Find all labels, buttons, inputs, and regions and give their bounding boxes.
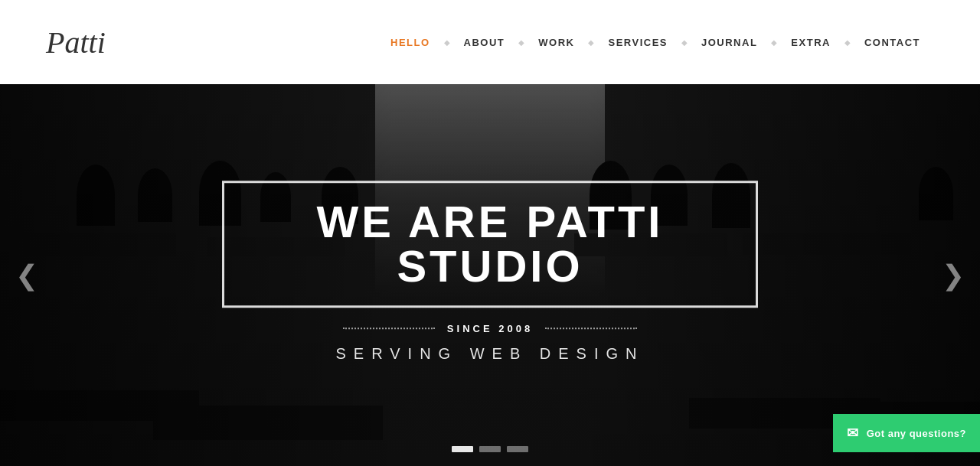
nav-sep-4: ◆ xyxy=(681,38,688,47)
hero-section: WE ARE PATTI STUDIO SINCE 2008 SERVING W… xyxy=(0,84,980,466)
hero-since-row: SINCE 2008 xyxy=(222,323,758,334)
slider-dot-1[interactable] xyxy=(452,446,473,452)
hero-subtitle: SERVING WEB DESIGN xyxy=(222,345,758,363)
desk-4 xyxy=(743,233,911,255)
slider-dot-2[interactable] xyxy=(479,446,501,452)
nav-item-extra[interactable]: EXTRA xyxy=(777,37,844,48)
nav-item-about[interactable]: ABOUT xyxy=(450,37,519,48)
floor-table-2 xyxy=(153,406,383,440)
silhouette-person-2 xyxy=(138,168,172,222)
nav-item-services[interactable]: SERVICES xyxy=(594,37,681,48)
slider-dot-3[interactable] xyxy=(507,446,528,452)
nav-item-work[interactable]: WORK xyxy=(524,37,588,48)
header: Patti HELLO ◆ ABOUT ◆ WORK ◆ SERVICES ◆ … xyxy=(0,0,980,84)
main-nav: HELLO ◆ ABOUT ◆ WORK ◆ SERVICES ◆ JOURNA… xyxy=(377,37,934,48)
desk-1 xyxy=(23,233,176,256)
dotted-line-right xyxy=(545,328,637,329)
chat-icon: ✉ xyxy=(847,425,859,442)
logo-text: Patti xyxy=(46,25,106,60)
hero-title: WE ARE PATTI STUDIO xyxy=(263,200,717,288)
nav-sep-3: ◆ xyxy=(588,38,594,47)
nav-sep-6: ◆ xyxy=(844,38,851,47)
nav-sep-5: ◆ xyxy=(771,38,777,47)
chat-label: Got any questions? xyxy=(867,428,966,439)
slider-arrow-right[interactable]: ❯ xyxy=(942,259,965,292)
dotted-line-left xyxy=(343,328,435,329)
nav-item-contact[interactable]: CONTACT xyxy=(851,37,934,48)
silhouette-person-1 xyxy=(77,165,115,226)
silhouette-person-9 xyxy=(919,167,953,220)
nav-sep-1: ◆ xyxy=(444,38,450,47)
logo[interactable]: Patti xyxy=(46,24,106,60)
slider-arrow-left[interactable]: ❮ xyxy=(15,259,38,292)
nav-item-hello[interactable]: HELLO xyxy=(377,37,444,48)
hero-title-box: WE ARE PATTI STUDIO xyxy=(222,181,758,308)
hero-since-label: SINCE 2008 xyxy=(447,323,533,334)
slider-dots xyxy=(452,446,528,452)
nav-item-journal[interactable]: JOURNAL xyxy=(688,37,771,48)
nav-sep-2: ◆ xyxy=(518,38,524,47)
chat-button[interactable]: ✉ Got any questions? xyxy=(833,414,980,452)
hero-content: WE ARE PATTI STUDIO SINCE 2008 SERVING W… xyxy=(222,181,758,363)
